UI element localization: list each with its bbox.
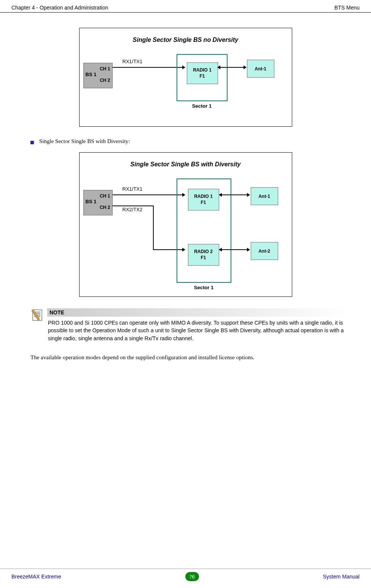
arrow-bs-ch2-v (153, 206, 154, 250)
conn1-label: RX1/TX1 (123, 59, 143, 64)
radio1-box: RADIO 1 F1 (187, 62, 218, 84)
page-header: Chapter 4 - Operation and Administration… (0, 0, 371, 13)
radio1-label1: RADIO 1 (187, 67, 218, 73)
conn1-label-d2: RX1/TX1 (123, 186, 143, 192)
footer-left: BreezeMAX Extreme (11, 574, 61, 580)
note-section: NOTE PRO 1000 and Si 1000 CPEs can opera… (30, 308, 348, 344)
conn2-label-d2: RX2/TX2 (123, 207, 143, 212)
note-text: PRO 1000 and Si 1000 CPEs can operate on… (47, 317, 348, 344)
arrow-bs-radio1 (113, 194, 185, 195)
note-header: NOTE (47, 308, 348, 317)
diagram-no-diversity: Single Sector Single BS no Diversity BS … (79, 28, 292, 127)
page-footer: BreezeMAX Extreme 76 System Manual (0, 569, 371, 581)
ch1-label: CH 1 (100, 66, 110, 72)
note-icon (30, 308, 44, 322)
arrow-bs-ch2-h (113, 206, 154, 206)
arrow-bs-radio (113, 67, 185, 68)
bullet-icon (30, 141, 34, 144)
arrow-radio2-ant2 (219, 249, 250, 250)
ant1-box: Ant-1 (247, 60, 274, 78)
note-content: NOTE PRO 1000 and Si 1000 CPEs can opera… (47, 308, 348, 344)
ant2-box-d2: Ant-2 (251, 242, 278, 260)
diagram1-body: BS 1 CH 1 CH 2 RX1/TX1 RADIO 1 F1 Sector… (81, 54, 290, 123)
bullet-text: Single Sector Single BS with Diversity: (39, 138, 130, 145)
arrow-radio-ant (218, 67, 246, 68)
radio2-label2-d2: F1 (188, 255, 219, 261)
arrow-radio1-ant1 (219, 194, 250, 195)
diagram2-title: Single Sector Single BS with Diversity (81, 161, 290, 168)
ant1-box-d2: Ant-1 (251, 187, 278, 205)
footer-right: System Manual (323, 574, 360, 580)
ch2-label: CH 2 (100, 78, 110, 83)
body-paragraph: The available operation modes depend on … (30, 352, 348, 363)
page-content: Single Sector Single BS no Diversity BS … (0, 13, 371, 375)
ch2-label-d2: CH 2 (100, 205, 110, 210)
bs1-label: BS 1 (86, 72, 97, 77)
radio1-label2-d2: F1 (188, 200, 219, 206)
sector1-box: RADIO 1 F1 Sector 1 (177, 54, 228, 101)
diagram-with-diversity: Single Sector Single BS with Diversity B… (79, 152, 292, 297)
bs1-box-d2: BS 1 CH 1 CH 2 (83, 190, 113, 215)
bs1-box: BS 1 CH 1 CH 2 (83, 63, 113, 88)
header-left: Chapter 4 - Operation and Administration (11, 5, 108, 11)
diagram2-body: BS 1 CH 1 CH 2 RX1/TX1 RX2/TX2 RADIO 1 F… (81, 178, 290, 293)
diagram1-title: Single Sector Single BS no Diversity (81, 37, 290, 43)
radio1-box-d2: RADIO 1 F1 (188, 189, 219, 210)
ch1-label-d2: CH 1 (100, 193, 110, 199)
sector1-label: Sector 1 (192, 103, 212, 109)
bullet-item-diversity: Single Sector Single BS with Diversity: (30, 138, 348, 145)
radio1-label1-d2: RADIO 1 (188, 194, 219, 200)
radio2-box-d2: RADIO 2 F1 (188, 244, 219, 266)
page-number: 76 (185, 572, 199, 581)
bs1-label-d2: BS 1 (86, 199, 97, 204)
sector1-label-d2: Sector 1 (194, 285, 213, 290)
radio2-label1-d2: RADIO 2 (188, 249, 219, 255)
radio1-label2: F1 (187, 73, 218, 80)
header-right: BTS Menu (334, 5, 360, 11)
